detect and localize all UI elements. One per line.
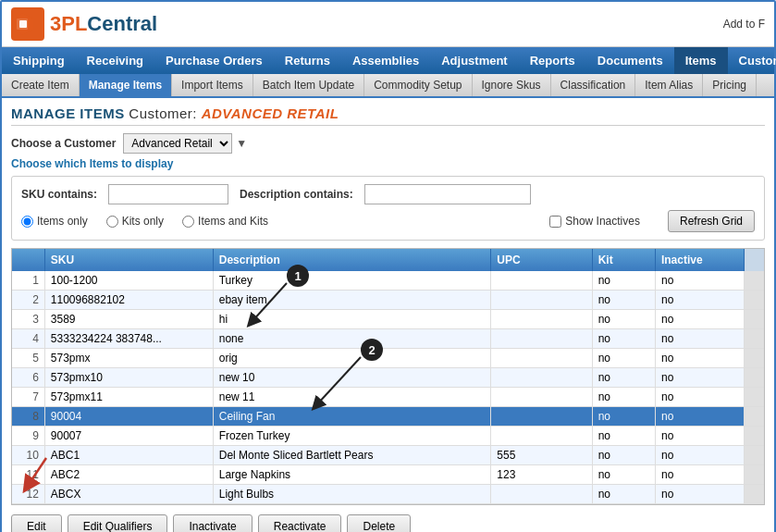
col-header-sku[interactable]: SKU — [44, 249, 213, 271]
cell-inactive: no — [655, 291, 744, 310]
radio-items-input[interactable] — [21, 216, 33, 228]
tab-batch-item-update[interactable]: Batch Item Update — [253, 74, 364, 96]
cell-kit: no — [592, 349, 655, 368]
tab-pricing[interactable]: Pricing — [703, 74, 757, 96]
nav-shipping[interactable]: Shipping — [2, 47, 76, 74]
table-row[interactable]: 7573pmx11new 11nono — [12, 388, 764, 407]
cell-upc — [491, 349, 592, 368]
cell-num: 2 — [12, 291, 44, 310]
cell-sku: 573pmx10 — [44, 368, 213, 388]
nav-adjustment[interactable]: Adjustment — [430, 47, 519, 74]
tab-manage-items[interactable]: Manage Items — [80, 74, 172, 96]
radio-items-and-kits: Items and Kits — [182, 215, 268, 228]
cell-upc — [491, 310, 592, 329]
cell-inactive: no — [655, 427, 744, 446]
cell-kit: no — [592, 388, 655, 407]
cell-kit: no — [592, 446, 655, 465]
show-inactives-group: Show Inactives — [549, 215, 640, 228]
tab-classification[interactable]: Classification — [551, 74, 636, 96]
radio-both-input[interactable] — [182, 216, 194, 228]
logo-area: 3PLCentral — [11, 7, 157, 41]
cell-desc: Large Napkins — [213, 465, 491, 485]
radio-kits-label[interactable]: Kits only — [122, 215, 164, 228]
cell-scroll — [744, 310, 764, 329]
cell-inactive: no — [655, 446, 744, 465]
col-header-inactive[interactable]: Inactive — [655, 249, 744, 271]
delete-button[interactable]: Delete — [347, 514, 411, 532]
table-row[interactable]: 10ABC1Del Monte Sliced Bartlett Pears555… — [12, 446, 764, 465]
cell-sku: ABC2 — [44, 465, 213, 485]
edit-qualifiers-button[interactable]: Edit Qualifiers — [68, 514, 168, 532]
desc-input[interactable] — [364, 184, 531, 204]
cell-inactive: no — [655, 465, 744, 485]
show-inactives-label[interactable]: Show Inactives — [565, 215, 640, 228]
customer-name: Advanced Retail — [202, 105, 339, 121]
table-row[interactable]: 11ABC2Large Napkins123nono — [12, 465, 764, 485]
table-row[interactable]: 990007Frozen Turkeynono — [12, 427, 764, 446]
cell-upc — [491, 388, 592, 407]
table-row[interactable]: 2110096882102ebay itemnono — [12, 291, 764, 310]
cell-scroll — [744, 388, 764, 407]
cell-desc: new 10 — [213, 368, 491, 388]
nav-purchase-orders[interactable]: Purchase Orders — [154, 47, 274, 74]
cell-inactive: no — [655, 368, 744, 388]
cell-inactive: no — [655, 310, 744, 329]
tab-commodity-setup[interactable]: Commodity Setup — [364, 74, 472, 96]
nav-receiving[interactable]: Receiving — [76, 47, 154, 74]
cell-num: 12 — [12, 485, 44, 504]
nav-reports[interactable]: Reports — [519, 47, 586, 74]
cell-scroll — [744, 329, 764, 349]
tab-item-alias[interactable]: Item Alias — [635, 74, 703, 96]
nav-returns[interactable]: Returns — [274, 47, 341, 74]
grid-body: 1100-1200Turkeynono2110096882102ebay ite… — [12, 271, 764, 504]
cell-inactive: no — [655, 407, 744, 427]
logo-icon — [11, 7, 44, 41]
show-inactives-checkbox[interactable] — [549, 216, 561, 228]
cell-num: 5 — [12, 349, 44, 368]
edit-button[interactable]: Edit — [11, 514, 62, 532]
table-row[interactable]: 1100-1200Turkeynono — [12, 271, 764, 291]
cell-sku: 5333234224 383748... — [44, 329, 213, 349]
cell-sku: ABC1 — [44, 446, 213, 465]
customer-select[interactable]: Advanced Retail Customer B Customer C — [123, 133, 232, 154]
cell-inactive: no — [655, 485, 744, 504]
nav-customer[interactable]: Customer — [728, 47, 776, 74]
table-row[interactable]: 33589hinono — [12, 310, 764, 329]
cell-desc: orig — [213, 349, 491, 368]
reactivate-button[interactable]: Reactivate — [258, 514, 342, 532]
col-header-kit[interactable]: Kit — [592, 249, 655, 271]
radio-items-label[interactable]: Items only — [37, 215, 88, 228]
sku-input[interactable] — [108, 184, 228, 204]
cell-num: 10 — [12, 446, 44, 465]
tab-import-items[interactable]: Import Items — [172, 74, 253, 96]
add-to-favorites[interactable]: Add to F — [723, 18, 765, 31]
cell-sku: 90007 — [44, 427, 213, 446]
secondary-nav: Create Item Manage Items Import Items Ba… — [2, 74, 774, 98]
cell-kit: no — [592, 271, 655, 291]
nav-documents[interactable]: Documents — [586, 47, 674, 74]
tab-ignore-skus[interactable]: Ignore Skus — [473, 74, 551, 96]
nav-items[interactable]: Items — [674, 47, 728, 74]
inactivate-button[interactable]: Inactivate — [173, 514, 252, 532]
radio-both-label[interactable]: Items and Kits — [198, 215, 268, 228]
table-row[interactable]: 5573pmxorignono — [12, 349, 764, 368]
radio-kits-input[interactable] — [106, 216, 118, 228]
cell-sku: 110096882102 — [44, 291, 213, 310]
col-header-desc[interactable]: Description — [213, 249, 491, 271]
customer-label-text: Customer: — [129, 105, 201, 121]
table-row[interactable]: 12ABCXLight Bulbsnono — [12, 485, 764, 504]
table-row[interactable]: 6573pmx10new 10nono — [12, 368, 764, 388]
col-header-upc[interactable]: UPC — [491, 249, 592, 271]
cell-upc — [491, 485, 592, 504]
cell-sku: 573pmx — [44, 349, 213, 368]
nav-assemblies[interactable]: Assemblies — [341, 47, 430, 74]
cell-scroll — [744, 349, 764, 368]
refresh-grid-button[interactable]: Refresh Grid — [668, 210, 755, 232]
table-row[interactable]: 890004Ceiling Fannono — [12, 407, 764, 427]
table-row[interactable]: 45333234224 383748...nonenono — [12, 329, 764, 349]
tab-create-item[interactable]: Create Item — [2, 74, 80, 96]
sku-label: SKU contains: — [21, 188, 97, 201]
radio-kits-only: Kits only — [106, 215, 164, 228]
items-grid: SKU Description UPC Kit Inactive 1100-12… — [12, 249, 764, 504]
cell-kit: no — [592, 485, 655, 504]
